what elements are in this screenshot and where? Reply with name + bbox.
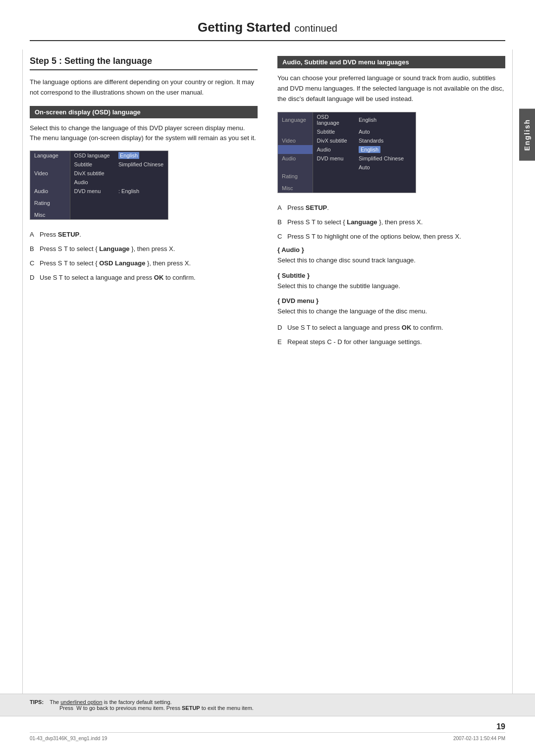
menu-cell-mid: DVD menu <box>70 187 114 196</box>
steps-list-after: D Use S T to select a language and press… <box>277 323 505 348</box>
menu-cell-mid: Subtitle <box>70 160 114 169</box>
menu-cell-left: Audio <box>278 154 313 163</box>
step-letter: D <box>277 323 284 333</box>
step-bold: Language <box>347 218 377 226</box>
step-heading: Step 5 : Setting the language <box>30 56 258 70</box>
audio-section: { Audio } Select this to change disc sou… <box>277 246 505 266</box>
step-text: Use S T to select a language and press O… <box>287 323 443 333</box>
page-number: 19 <box>496 722 505 731</box>
menu-cell-right: English <box>114 151 168 160</box>
menu-cell-right <box>355 172 416 181</box>
left-column: Step 5 : Setting the language The langua… <box>30 56 258 352</box>
menu-cell-left <box>30 160 70 169</box>
right-section-heading: Audio, Subtitle and DVD menu languages <box>277 56 505 68</box>
menu-cell-left: Video <box>30 169 70 178</box>
title-continued: continued <box>294 23 337 34</box>
menu-row: Audio <box>30 178 168 187</box>
step-letter: A <box>277 203 284 213</box>
menu-cell-left <box>30 178 70 187</box>
menu-cell-mid: Subtitle <box>313 127 355 136</box>
steps-list-right: A Press SETUP. B Press S T to select { L… <box>277 203 505 242</box>
dvd-menu-title: { DVD menu } <box>277 297 505 304</box>
menu-cell-left: Misc <box>278 184 313 193</box>
tips-line1: The underlined option is the factory def… <box>50 699 171 705</box>
step-bold: SETUP <box>58 231 79 238</box>
step-letter: B <box>30 244 37 254</box>
menu-cell-right <box>114 210 168 219</box>
osd-menu-left: Language OSD language English Subtitle S… <box>30 151 168 220</box>
menu-cell-right: Simplified Chinese <box>114 160 168 169</box>
page-title: Getting Started continued <box>30 20 505 41</box>
audio-title: { Audio } <box>277 246 505 253</box>
step-text: Repeat steps C - D for other language se… <box>287 337 422 348</box>
step-b-left: B Press S T to select { Language }, then… <box>30 244 258 254</box>
menu-row: Misc <box>278 184 416 193</box>
osd-instruction: Select this to change the language of th… <box>30 123 258 144</box>
menu-cell-right: English <box>355 112 416 127</box>
osd-menu-right: Language OSD language English Subtitle A… <box>277 112 416 193</box>
step-a-right: A Press SETUP. <box>277 203 505 213</box>
menu-row: Language OSD language English <box>278 112 416 127</box>
step-bold: OK <box>402 324 412 331</box>
menu-cell-left: Language <box>278 112 313 127</box>
menu-row: Audio DVD menu Simplified Chinese <box>278 154 416 163</box>
step-text: Press S T to select { OSD Language }, th… <box>40 258 191 269</box>
menu-cell-left <box>278 163 313 172</box>
menu-cell-mid <box>70 210 114 219</box>
dvd-menu-text: Select this to change the language of th… <box>277 306 505 317</box>
step-e-right: E Repeat steps C - D for other language … <box>277 337 505 348</box>
english-tab: English <box>519 109 535 161</box>
step-letter: D <box>30 273 37 283</box>
menu-cell-right <box>114 178 168 187</box>
menu-cell-left: Rating <box>278 172 313 181</box>
menu-cell-mid: Audio <box>70 178 114 187</box>
menu-cell-mid: DivX subtitle <box>313 136 355 145</box>
subtitle-title: { Subtitle } <box>277 272 505 279</box>
step-letter: E <box>277 337 284 348</box>
tips-setup-bold: SETUP <box>182 705 200 711</box>
menu-cell-mid: DivX subtitle <box>70 169 114 178</box>
step-bold: SETUP <box>306 204 327 211</box>
menu-cell-left <box>278 127 313 136</box>
step-letter: B <box>277 217 284 228</box>
tips-bar: TIPS: The underlined option is the facto… <box>0 694 535 716</box>
subtitle-bold: Subtitle <box>282 272 306 279</box>
dvd-menu-section: { DVD menu } Select this to change the l… <box>277 297 505 317</box>
menu-row: Subtitle Auto <box>278 127 416 136</box>
step-bold: OSD Language <box>99 259 145 267</box>
menu-cell-left: Language <box>30 151 70 160</box>
menu-cell-mid: OSD language <box>70 151 114 160</box>
step-c-left: C Press S T to select { OSD Language }, … <box>30 258 258 269</box>
page-container: English Getting Started continued Step 5… <box>0 0 535 756</box>
step-b-right: B Press S T to select { Language }, then… <box>277 217 505 228</box>
menu-cell-left: Misc <box>30 210 70 219</box>
dvd-menu-bold: DVD menu <box>282 297 315 304</box>
menu-row: Language OSD language English <box>30 151 168 160</box>
menu-cell-right <box>114 169 168 178</box>
audio-bold: Audio <box>281 246 300 253</box>
subtitle-text: Select this to change the subtitle langu… <box>277 281 505 292</box>
menu-row: Subtitle Simplified Chinese <box>30 160 168 169</box>
menu-cell-mid: OSD language <box>313 112 355 127</box>
right-intro-text: You can choose your preferred language o… <box>277 73 505 104</box>
menu-cell-right: Simplified Chinese <box>355 154 416 163</box>
footer: 01-43_dvp3146K_93_eng1.indd 19 2007-02-1… <box>30 732 505 741</box>
menu-cell-mid <box>313 172 355 181</box>
menu-cell-mid <box>70 199 114 207</box>
margin-line-left <box>22 50 23 706</box>
step-c-right: C Press S T to highlight one of the opti… <box>277 232 505 242</box>
menu-cell-left: Video <box>278 136 313 145</box>
step-text: Press S T to select { Language }, then p… <box>287 217 423 228</box>
right-column: Audio, Subtitle and DVD menu languages Y… <box>277 56 505 352</box>
menu-cell-left: Rating <box>30 199 70 207</box>
menu-row: Misc <box>30 210 168 219</box>
two-column-layout: Step 5 : Setting the language The langua… <box>30 56 505 352</box>
menu-row: Video DivX subtitle Standards <box>278 136 416 145</box>
step-text: Use S T to select a language and press O… <box>40 273 196 283</box>
menu-cell-mid: DVD menu <box>313 154 355 163</box>
menu-row: Video DivX subtitle <box>30 169 168 178</box>
step-text: Press SETUP. <box>287 203 329 213</box>
menu-row: Auto <box>278 163 416 172</box>
menu-cell-right <box>355 184 416 193</box>
footer-left: 01-43_dvp3146K_93_eng1.indd 19 <box>30 736 107 741</box>
